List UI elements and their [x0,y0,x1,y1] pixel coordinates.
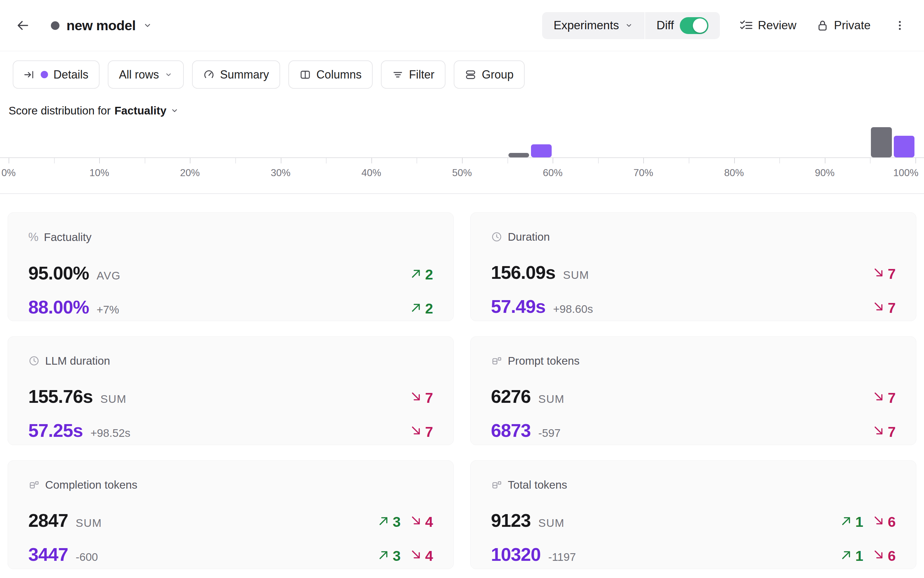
primary-metric-row: 95.00% AVG 2 [28,262,433,284]
aggregation-label: SUM [538,393,564,405]
regressed-count: 7 [873,300,896,317]
axis-tick-label: 70% [633,167,653,179]
primary-value: 155.76s [28,386,93,407]
primary-value: 156.09s [491,261,555,283]
comparison-metric-row: 6873 -597 7 [491,420,896,441]
card-title-label: Completion tokens [45,479,137,491]
primary-metric-row: 6276 SUM 7 [491,386,896,407]
primary-value: 9123 [491,510,531,531]
axis-tick [553,158,553,163]
regressed-count: 4 [410,514,433,530]
aggregation-label: SUM [563,269,589,281]
axis-tick-label: 100% [893,167,918,179]
improved-count: 3 [378,514,401,530]
histogram-plot [0,121,924,157]
delta-label: -1197 [548,550,576,563]
axis-tick [507,158,508,163]
axis-tick [145,158,145,163]
axis-tick-label: 0% [2,167,16,179]
primary-value: 95.00% [28,262,89,284]
improved-count: 1 [840,548,863,564]
axis-tick [99,158,100,163]
axis-tick [734,158,735,163]
card-duration: Duration 156.09s SUM 7 57.49s +98.60s 7 [470,213,916,321]
regressed-count: 7 [873,390,896,406]
aggregation-label: AVG [97,269,121,282]
comparison-value: 6873 [491,420,531,441]
axis-tick [281,158,281,163]
axis-tick [326,158,326,163]
regressed-count: 7 [410,424,433,440]
card-total-tokens: Total tokens 9123 SUM 1 6 10320 -1197 1 … [470,460,916,569]
card-title-label: LLM duration [45,354,110,367]
axis-tick [417,158,417,163]
comparison-value: 3447 [28,544,68,565]
gray-experiment-bar [508,153,529,157]
axis-tick [598,158,599,163]
tokens-icon [28,479,40,490]
comparison-metric-row: 3447 -600 3 4 [28,544,433,565]
axis-tick-label: 30% [271,167,291,179]
delta-label: -597 [538,427,560,439]
axis-tick [235,158,236,163]
delta-label: -600 [76,550,98,563]
card-llm-duration: LLM duration 155.76s SUM 7 57.25s +98.52… [8,336,454,445]
improved-count: 3 [378,548,401,564]
improved-count: 2 [410,300,433,317]
axis-tick [643,158,644,163]
purple-experiment-bar [531,144,552,157]
regressed-count: 4 [410,548,433,564]
comparison-metric-row: 10320 -1197 1 6 [491,544,896,565]
regressed-count: 6 [873,548,896,564]
regressed-count: 6 [873,514,896,530]
primary-value: 6276 [491,386,531,407]
card-title-label: Prompt tokens [508,354,580,367]
comparison-metric-row: 57.49s +98.60s 7 [491,295,896,317]
primary-metric-row: 2847 SUM 3 4 [28,510,433,531]
primary-metric-row: 9123 SUM 1 6 [491,510,896,531]
axis-tick [779,158,780,163]
card-title-label: Total tokens [508,479,567,491]
axis-tick-label: 10% [89,167,109,179]
regressed-count: 7 [873,266,896,283]
comparison-value: 10320 [491,544,541,565]
primary-metric-row: 155.76s SUM 7 [28,386,433,407]
comparison-value: 57.49s [491,295,545,317]
axis-tick-label: 50% [452,167,472,179]
card-completion-tokens: Completion tokens 2847 SUM 3 4 3447 -600… [8,460,454,569]
primary-value: 2847 [28,510,68,531]
clock-icon [28,355,40,367]
card-title-label: Factuality [44,231,92,244]
aggregation-label: SUM [101,393,127,405]
axis-tick [916,158,916,163]
aggregation-label: SUM [538,516,564,529]
comparison-value: 57.25s [28,420,83,441]
axis-tick-label: 60% [543,167,562,179]
axis-tick [689,158,689,163]
delta-label: +7% [97,303,119,316]
tokens-icon [491,479,502,490]
improved-count: 1 [840,514,863,530]
comparison-metric-row: 57.25s +98.52s 7 [28,420,433,441]
card-factuality: % Factuality 95.00% AVG 2 88.00% +7% 2 [8,213,454,321]
axis-tick [54,158,55,163]
delta-label: +98.52s [90,427,130,439]
comparison-value: 88.00% [28,296,89,318]
card-prompt-tokens: Prompt tokens 6276 SUM 7 6873 -597 7 [470,336,916,445]
aggregation-label: SUM [76,516,102,529]
metric-cards-grid: % Factuality 95.00% AVG 2 88.00% +7% 2 D… [8,213,916,569]
clock-icon [491,231,502,243]
axis-tick [190,158,190,163]
axis-tick-label: 90% [815,167,835,179]
improved-count: 2 [410,266,433,283]
axis-tick-label: 20% [180,167,200,179]
delta-label: +98.60s [553,303,593,315]
gray-experiment-bar [871,127,892,157]
axis-tick-label: 80% [724,167,744,179]
tokens-icon [491,355,502,367]
regressed-count: 7 [873,424,896,440]
axis-tick [825,158,825,163]
purple-experiment-bar [894,136,914,157]
card-title-label: Duration [508,231,550,243]
score-distribution-chart: 0%10%20%30%40%50%60%70%80%90%100% [0,0,924,199]
